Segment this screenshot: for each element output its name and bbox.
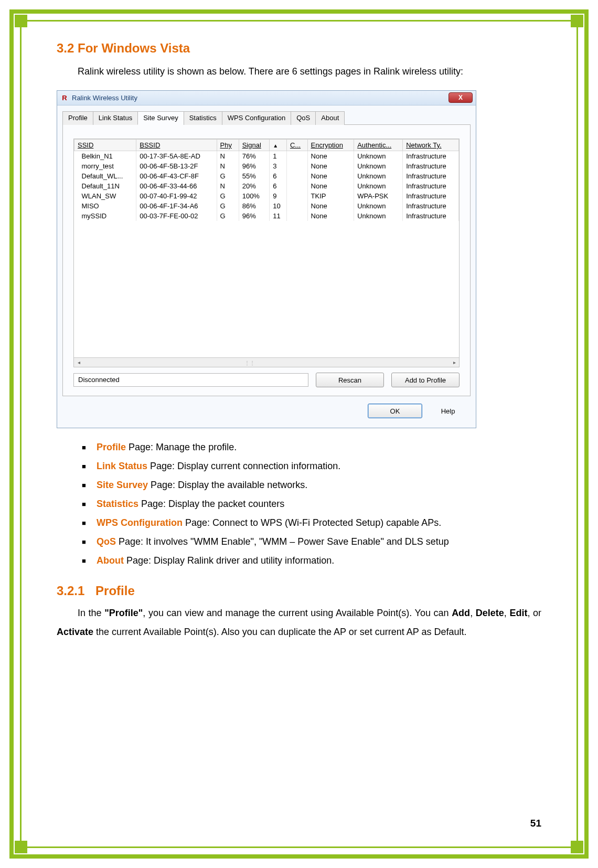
close-icon: X: [458, 94, 463, 101]
window-body: ProfileLink StatusSite SurveyStatisticsW…: [57, 105, 476, 428]
rescan-button[interactable]: Rescan: [316, 373, 384, 387]
table-cell: G: [217, 201, 239, 211]
table-cell: 76%: [239, 151, 270, 162]
tab-panel-site-survey: SSIDBSSIDPhySignal▲C...EncryptionAuthent…: [62, 125, 471, 396]
feature-label: About: [97, 555, 124, 566]
subsection-body: In the "Profile", you can view and manag…: [57, 604, 541, 641]
tab-statistics[interactable]: Statistics: [184, 111, 222, 125]
feature-desc: Page: Display the available networks.: [148, 480, 307, 490]
feature-item: Statistics Page: Display the packet coun…: [82, 494, 541, 513]
table-cell: Default_11N: [74, 181, 136, 191]
table-row[interactable]: morry_test00-06-4F-5B-13-2FN96%3NoneUnkn…: [74, 161, 459, 171]
table-cell: 00-17-3F-5A-8E-AD: [136, 151, 217, 162]
table-cell: Infrastructure: [403, 161, 459, 171]
bold-text: "Profile": [104, 608, 143, 618]
scroll-track[interactable]: ⋮⋮: [83, 358, 450, 367]
table-row[interactable]: WLAN_SW00-07-40-F1-99-42G100%9TKIPWPA-PS…: [74, 191, 459, 201]
horizontal-scrollbar[interactable]: ◂ ⋮⋮ ▸: [74, 357, 459, 367]
tabstrip: ProfileLink StatusSite SurveyStatisticsW…: [62, 111, 471, 125]
page-number: 51: [530, 818, 541, 829]
table-cell: None: [307, 151, 354, 162]
tab-wps-configuration[interactable]: WPS Configuration: [222, 111, 292, 125]
table-row[interactable]: MISO00-06-4F-1F-34-A6G86%10NoneUnknownIn…: [74, 201, 459, 211]
site-survey-table: SSIDBSSIDPhySignal▲C...EncryptionAuthent…: [74, 139, 459, 221]
table-cell: None: [307, 161, 354, 171]
tab-link-status[interactable]: Link Status: [93, 111, 138, 125]
feature-item: WPS Configuration Page: Connect to WPS (…: [82, 513, 541, 532]
table-cell: 00-06-4F-43-CF-8F: [136, 171, 217, 181]
column-header[interactable]: SSID: [74, 140, 136, 151]
column-header[interactable]: Authentic...: [354, 140, 403, 151]
table-row[interactable]: mySSID00-03-7F-FE-00-02G96%11NoneUnknown…: [74, 211, 459, 221]
table-cell: 00-07-40-F1-99-42: [136, 191, 217, 201]
window-titlebar: R Ralink Wireless Utility X: [57, 91, 476, 105]
column-header[interactable]: Encryption: [307, 140, 354, 151]
column-header[interactable]: Phy: [217, 140, 239, 151]
table-cell: None: [307, 171, 354, 181]
table-cell: Unknown: [354, 171, 403, 181]
subsection-title: Profile: [95, 584, 135, 598]
table-cell: [286, 181, 307, 191]
table-cell: TKIP: [307, 191, 354, 201]
table-cell: [286, 201, 307, 211]
text: , you can view and manage the current us…: [143, 608, 452, 618]
feature-label: Profile: [97, 442, 126, 452]
subsection-heading: 3.2.1 Profile: [57, 584, 541, 598]
tab-profile[interactable]: Profile: [62, 111, 93, 125]
column-header[interactable]: ▲: [270, 140, 287, 151]
status-text: Disconnected: [73, 373, 308, 387]
table-cell: Belkin_N1: [74, 151, 136, 162]
column-header[interactable]: Signal: [239, 140, 270, 151]
table-row[interactable]: Default_11N00-06-4F-33-44-66N20%6NoneUnk…: [74, 181, 459, 191]
table-cell: 00-06-4F-1F-34-A6: [136, 201, 217, 211]
scroll-left-arrow-icon[interactable]: ◂: [74, 358, 83, 367]
add-to-profile-button[interactable]: Add to Profile: [391, 373, 460, 387]
table-cell: Default_WL...: [74, 171, 136, 181]
table-empty-area: [74, 221, 459, 357]
close-button[interactable]: X: [448, 92, 473, 103]
text: ,: [470, 608, 476, 618]
help-button[interactable]: Help: [430, 404, 466, 418]
column-header[interactable]: BSSID: [136, 140, 217, 151]
section-number: 3.2: [57, 41, 74, 55]
scroll-right-arrow-icon[interactable]: ▸: [450, 358, 459, 367]
tab-about[interactable]: About: [315, 111, 345, 125]
feature-desc: Page: Display current connection informa…: [147, 461, 340, 471]
status-row: Disconnected Rescan Add to Profile: [73, 373, 460, 387]
table-cell: Infrastructure: [403, 171, 459, 181]
tab-qos[interactable]: QoS: [291, 111, 316, 125]
table-header-row: SSIDBSSIDPhySignal▲C...EncryptionAuthent…: [74, 140, 459, 151]
feature-label: Site Survey: [97, 480, 148, 490]
feature-item: Profile Page: Manage the profile.: [82, 438, 541, 457]
table-cell: 9: [270, 191, 287, 201]
table-cell: Unknown: [354, 181, 403, 191]
app-icon: R: [60, 94, 69, 102]
ok-button[interactable]: OK: [368, 404, 422, 418]
section-title: For Windows Vista: [78, 41, 190, 55]
table-cell: 00-06-4F-5B-13-2F: [136, 161, 217, 171]
table-cell: Infrastructure: [403, 151, 459, 162]
table-cell: WLAN_SW: [74, 191, 136, 201]
table-cell: 10: [270, 201, 287, 211]
page-corner-tr: [571, 15, 583, 27]
feature-desc: Page: Display the packet counters: [138, 499, 284, 509]
column-header[interactable]: Network Ty.: [403, 140, 459, 151]
table-cell: 6: [270, 181, 287, 191]
table-cell: 20%: [239, 181, 270, 191]
table-cell: Unknown: [354, 151, 403, 162]
table-cell: N: [217, 151, 239, 162]
feature-desc: Page: It involves "WMM Enable", "WMM – P…: [116, 536, 449, 547]
tab-site-survey[interactable]: Site Survey: [137, 111, 184, 125]
text: the current Available Point(s). Also you…: [93, 627, 466, 637]
feature-label: Statistics: [97, 499, 138, 509]
table-cell: Unknown: [354, 211, 403, 221]
table-cell: Infrastructure: [403, 201, 459, 211]
table-row[interactable]: Default_WL...00-06-4F-43-CF-8FG55%6NoneU…: [74, 171, 459, 181]
table-row[interactable]: Belkin_N100-17-3F-5A-8E-ADN76%1NoneUnkno…: [74, 151, 459, 162]
column-header[interactable]: C...: [286, 140, 307, 151]
feature-label: Link Status: [97, 461, 147, 471]
table-body: Belkin_N100-17-3F-5A-8E-ADN76%1NoneUnkno…: [74, 151, 459, 221]
table-cell: 96%: [239, 161, 270, 171]
page-content: 3.2 For Windows Vista Ralink wireless ut…: [57, 41, 541, 827]
table-cell: mySSID: [74, 211, 136, 221]
